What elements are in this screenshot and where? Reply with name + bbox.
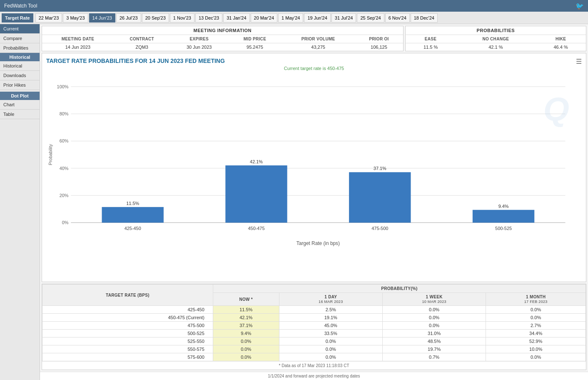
prob-cell: 0.0%	[382, 306, 486, 314]
svg-rect-20	[349, 172, 411, 222]
data-table: TARGET RATE (BPS) PROBABILITY(%) NOW *1 …	[42, 284, 586, 361]
date-tab[interactable]: 3 May'23	[63, 13, 88, 22]
meeting-col-header: MEETING DATE	[42, 35, 114, 43]
meeting-col-header: PRIOR VOLUME	[282, 35, 355, 43]
meeting-col-header: EXPIRES	[170, 35, 228, 43]
table-footnote: * Data as of 17 Mar 2023 11:18:03 CT	[42, 361, 586, 370]
meeting-expires: 30 Jun 2023	[170, 43, 228, 51]
prob-cell: 0.0%	[486, 353, 586, 361]
probabilities-panel: PROBABILITIES EASENO CHANGEHIKE 11.5 % 4…	[405, 26, 586, 51]
prob-data-row: 11.5 % 42.1 % 46.4 %	[406, 43, 586, 51]
prob-cell: 2.7%	[486, 322, 586, 330]
app-header: FedWatch Tool 🐦	[0, 0, 588, 12]
date-tab[interactable]: 13 Dec'23	[195, 13, 222, 22]
chart-subtitle: Current target rate is 450-475	[46, 66, 582, 71]
rate-cell: 550-575	[42, 345, 213, 353]
prob-col-header: NO CHANGE	[456, 35, 536, 43]
date-tab[interactable]: 31 Jan'24	[223, 13, 249, 22]
svg-rect-17	[225, 165, 287, 222]
svg-text:Target Rate (in bps): Target Rate (in bps)	[296, 240, 340, 246]
svg-text:37.1%: 37.1%	[374, 166, 386, 171]
prob-cell: 0.0%	[382, 314, 486, 322]
prob-cell: 34.4%	[486, 330, 586, 338]
data-table-row: 525-5500.0%0.0%48.5%52.9%	[42, 338, 586, 345]
now-cell: 42.1%	[213, 314, 279, 322]
prob-cell: 0.0%	[279, 353, 382, 361]
prob-cell: 10.0%	[486, 345, 586, 353]
svg-text:40%: 40%	[60, 166, 69, 171]
date-tab[interactable]: 18 Dec'24	[411, 13, 438, 22]
chart-section: TARGET RATE PROBABILITIES FOR 14 JUN 202…	[42, 53, 586, 282]
sidebar-item-downloads[interactable]: Downloads	[0, 71, 40, 80]
data-table-section: TARGET RATE (BPS) PROBABILITY(%) NOW *1 …	[42, 284, 586, 370]
data-table-row: 550-5750.0%0.0%19.7%10.0%	[42, 345, 586, 353]
prob-cell: 19.1%	[279, 314, 382, 322]
date-tab[interactable]: 19 Jun'24	[304, 13, 330, 22]
probabilities-title: PROBABILITIES	[406, 26, 586, 35]
prob-col-header: EASE	[406, 35, 456, 43]
sidebar-item-table[interactable]: Table	[0, 110, 40, 119]
meeting-contract: ZQM3	[114, 43, 170, 51]
data-table-row: 500-5259.4%33.5%31.0%34.4%	[42, 330, 586, 338]
sidebar-item-historical[interactable]: Historical	[0, 61, 40, 71]
date-tab[interactable]: 22 Mar'23	[35, 13, 62, 22]
meeting-col-header: MID PRICE	[228, 35, 282, 43]
prob-header: EASENO CHANGEHIKE	[406, 35, 586, 43]
svg-text:100%: 100%	[57, 84, 69, 89]
sidebar-item-chart[interactable]: Chart	[0, 100, 40, 110]
svg-text:42.1%: 42.1%	[250, 159, 263, 164]
prob-cell: 2.5%	[279, 306, 382, 314]
prob-cell: 31.0%	[382, 330, 486, 338]
chart-menu-icon[interactable]: ☰	[576, 58, 582, 65]
main-layout: Current Compare Probabilities Historical…	[0, 24, 588, 380]
sidebar-item-compare[interactable]: Compare	[0, 34, 40, 43]
now-cell: 0.0%	[213, 338, 279, 345]
prob-cell: 52.9%	[486, 338, 586, 345]
now-cell: 0.0%	[213, 353, 279, 361]
now-cell: 0.0%	[213, 345, 279, 353]
date-tab[interactable]: 14 Jun'23	[89, 13, 115, 22]
svg-text:475-500: 475-500	[371, 226, 388, 231]
prob-cell: 0.0%	[279, 338, 382, 345]
prob-cell: 0.0%	[486, 314, 586, 322]
data-col-header: 1 WEEK10 MAR 2023	[382, 293, 486, 306]
data-col-header: 1 MONTH17 FEB 2023	[486, 293, 586, 306]
date-tab[interactable]: 6 Nov'24	[385, 13, 410, 22]
data-table-body: 425-45011.5%2.5%0.0%0.0%450-475 (Current…	[42, 306, 586, 361]
date-tab[interactable]: 1 May'24	[278, 13, 303, 22]
rate-cell: 575-600	[42, 353, 213, 361]
prob-cell: 19.7%	[382, 345, 486, 353]
chart-title: TARGET RATE PROBABILITIES FOR 14 JUN 202…	[46, 58, 225, 64]
twitter-icon[interactable]: 🐦	[576, 2, 584, 10]
meeting-info-table: MEETING DATECONTRACTEXPIRESMID PRICEPRIO…	[42, 35, 403, 51]
date-tab[interactable]: 20 Mar'24	[251, 13, 278, 22]
prob-cell: 33.5%	[279, 330, 382, 338]
rate-cell: 425-450	[42, 306, 213, 314]
sidebar-historical-header: Historical	[0, 53, 40, 61]
date-tab[interactable]: 26 Jul'23	[116, 13, 141, 22]
sidebar-item-probabilities[interactable]: Probabilities	[0, 43, 40, 53]
date-tab[interactable]: 31 Jul'24	[331, 13, 356, 22]
target-rate-label: Target Rate	[2, 13, 33, 22]
sidebar-dot-plot-header: Dot Plot	[0, 92, 40, 100]
now-cell: 37.1%	[213, 322, 279, 330]
date-tabs: 22 Mar'233 May'2314 Jun'2326 Jul'2320 Se…	[35, 13, 438, 22]
date-tab[interactable]: 25 Sep'24	[357, 13, 384, 22]
data-table-row: 575-6000.0%0.0%0.7%0.0%	[42, 353, 586, 361]
prob-cell: 48.5%	[382, 338, 486, 345]
svg-rect-23	[473, 210, 534, 223]
date-tab[interactable]: 1 Nov'23	[170, 13, 194, 22]
probability-header: PROBABILITY(%)	[213, 285, 586, 293]
svg-text:60%: 60%	[60, 138, 69, 143]
bar-chart-svg: 0%20%40%60%80%100%Probability11.5%425-45…	[46, 73, 582, 248]
prob-no-change: 42.1 %	[456, 43, 536, 51]
svg-text:9.4%: 9.4%	[498, 204, 509, 209]
meeting-col-header: CONTRACT	[114, 35, 170, 43]
date-tab[interactable]: 20 Sep'23	[142, 13, 169, 22]
svg-text:80%: 80%	[60, 111, 69, 116]
meeting-data-row: 14 Jun 2023 ZQM3 30 Jun 2023 95.2475 43,…	[42, 43, 403, 51]
svg-text:20%: 20%	[60, 193, 69, 198]
sidebar-item-prior-hikes[interactable]: Prior Hikes	[0, 80, 40, 90]
meeting-col-header: PRIOR OI	[355, 35, 403, 43]
sidebar-item-current[interactable]: Current	[0, 24, 40, 34]
